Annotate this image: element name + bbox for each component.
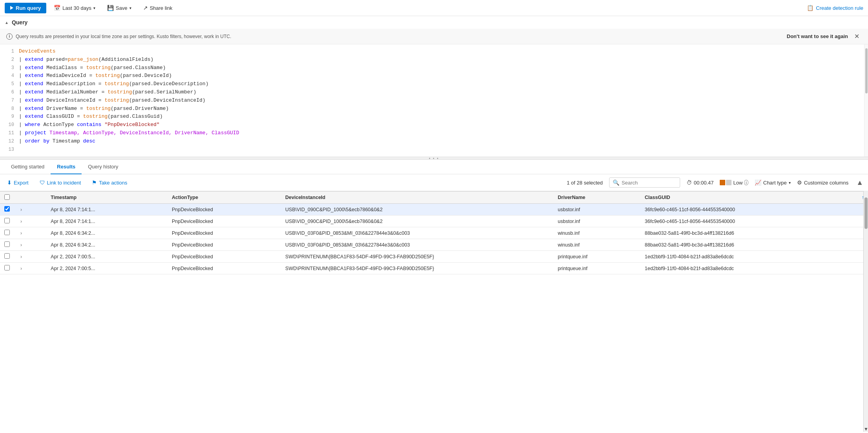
- row-expand-4[interactable]: ›: [14, 251, 47, 263]
- table-row: › Apr 2, 2024 7:00:5... PnpDeviceBlocked…: [0, 263, 868, 274]
- drag-handle[interactable]: • • •: [0, 157, 868, 160]
- code-line-5: 5 | extend MediaDescription = tostring(p…: [0, 80, 868, 88]
- row-class-guid-0: 36fc9e60-c465-11cf-8056-444553540000: [641, 204, 868, 216]
- row-checkbox-cell-2[interactable]: [0, 227, 14, 239]
- row-action-type-1: PnpDeviceBlocked: [168, 216, 281, 227]
- scroll-down-area[interactable]: ▼: [864, 426, 868, 432]
- chevron-down-icon: ▾: [93, 6, 95, 10]
- tab-query-history[interactable]: Query history: [82, 160, 124, 174]
- create-detection-rule-button[interactable]: 📋 Create detection rule: [807, 5, 863, 11]
- search-box[interactable]: 🔍: [609, 177, 680, 188]
- row-action-type-5: PnpDeviceBlocked: [168, 263, 281, 274]
- drag-dots: • • •: [429, 156, 439, 161]
- dismiss-label[interactable]: Don't want to see it again: [787, 33, 848, 39]
- expand-icon-0[interactable]: ›: [18, 206, 24, 213]
- expand-icon-1[interactable]: ›: [18, 218, 24, 225]
- th-driver-name[interactable]: DriverName: [554, 192, 641, 204]
- timer-icon: ⏱: [686, 179, 692, 186]
- code-editor[interactable]: 1 DeviceEvents 2 | extend parsed=parse_j…: [0, 44, 868, 157]
- row-device-instance-id-2: USB\VID_03F0&PID_0853&MI_03\6&227844e3&0…: [281, 227, 554, 239]
- select-all-header[interactable]: [0, 192, 14, 204]
- export-icon: ⬇: [7, 179, 12, 186]
- expand-icon-3[interactable]: ›: [18, 241, 24, 248]
- row-checkbox-4[interactable]: [4, 253, 10, 259]
- share-link-button[interactable]: ↗ Share link: [139, 2, 177, 13]
- expand-icon-2[interactable]: ›: [18, 230, 24, 237]
- tab-results[interactable]: Results: [51, 160, 82, 174]
- row-device-instance-id-0: USB\VID_090C&PID_1000\5&ecb7860&0&2: [281, 204, 554, 216]
- create-rule-label: Create detection rule: [816, 5, 863, 11]
- code-line-10: 10 | where ActionType contains "PnpDevic…: [0, 121, 868, 129]
- dismiss-close-button[interactable]: ✕: [852, 32, 862, 41]
- row-device-instance-id-4: SWD\PRINTENUM\{BBCA1F83-54DF-49FD-99C3-F…: [281, 251, 554, 263]
- save-button[interactable]: 💾 Save ▾: [103, 2, 136, 13]
- chart-type-button[interactable]: 📈 Chart type ▾: [755, 179, 791, 186]
- main-layout: ▲ Query i Query results are presented in…: [0, 16, 868, 432]
- th-action-type[interactable]: ActionType: [168, 192, 281, 204]
- timer-badge: ⏱ 00:00.47: [686, 179, 714, 186]
- row-driver-name-5: printqueue.inf: [554, 263, 641, 274]
- code-line-3: 3 | extend MediaClass = tostring(parsed.…: [0, 64, 868, 72]
- row-timestamp-2: Apr 8, 2024 6:34:2...: [47, 227, 168, 239]
- expand-icon-4[interactable]: ›: [18, 253, 24, 260]
- row-class-guid-2: 88bae032-5a81-49f0-bc3d-a4ff138216d6: [641, 227, 868, 239]
- play-icon: [10, 6, 13, 10]
- row-checkbox-cell-3[interactable]: [0, 239, 14, 251]
- row-expand-1[interactable]: ›: [14, 216, 47, 227]
- th-class-guid[interactable]: ClassGUID ↑: [641, 192, 868, 204]
- export-button[interactable]: ⬇ Export: [5, 178, 31, 187]
- header-row: Timestamp ActionType DeviceInstanceId: [0, 192, 868, 204]
- take-actions-button[interactable]: ⚑ Take actions: [89, 178, 129, 187]
- results-tabs: Getting started Results Query history: [0, 160, 868, 174]
- editor-scrollbar[interactable]: [864, 44, 868, 157]
- date-range-picker[interactable]: 📅 Last 30 days ▾: [49, 2, 100, 13]
- row-checkbox-cell-0[interactable]: [0, 204, 14, 216]
- priority-label: Low: [733, 180, 742, 186]
- row-expand-2[interactable]: ›: [14, 227, 47, 239]
- row-timestamp-1: Apr 8, 2024 7:14:1...: [47, 216, 168, 227]
- top-toolbar: Run query 📅 Last 30 days ▾ 💾 Save ▾ ↗ Sh…: [0, 0, 868, 16]
- info-bar: i Query results are presented in your lo…: [0, 29, 868, 44]
- table-body: › Apr 8, 2024 7:14:1... PnpDeviceBlocked…: [0, 204, 868, 274]
- customize-columns-button[interactable]: ⚙ Customize columns: [797, 179, 848, 186]
- save-label: Save: [116, 5, 127, 11]
- row-checkbox-cell-5[interactable]: [0, 263, 14, 274]
- link-to-incident-button[interactable]: 🛡 Link to incident: [37, 178, 84, 187]
- row-timestamp-5: Apr 2, 2024 7:00:5...: [47, 263, 168, 274]
- tab-getting-started[interactable]: Getting started: [5, 160, 51, 174]
- table-scrollbar[interactable]: ▼: [863, 191, 868, 432]
- priority-sq-1: [720, 180, 725, 185]
- editor-scroll-thumb: [865, 48, 868, 93]
- row-checkbox-0[interactable]: [4, 206, 10, 212]
- query-header[interactable]: ▲ Query: [0, 16, 868, 29]
- results-toolbar: ⬇ Export 🛡 Link to incident ⚑ Take actio…: [0, 174, 868, 191]
- expand-icon-5[interactable]: ›: [18, 265, 24, 272]
- row-expand-3[interactable]: ›: [14, 239, 47, 251]
- date-range-label: Last 30 days: [62, 5, 91, 11]
- row-checkbox-2[interactable]: [4, 230, 10, 235]
- scroll-up-button[interactable]: ▲: [856, 179, 863, 187]
- th-timestamp[interactable]: Timestamp: [47, 192, 168, 204]
- row-checkbox-3[interactable]: [4, 241, 10, 247]
- chart-icon: 📈: [755, 179, 761, 186]
- info-bar-right: Don't want to see it again ✕: [787, 32, 862, 41]
- row-action-type-4: PnpDeviceBlocked: [168, 251, 281, 263]
- row-checkbox-cell-4[interactable]: [0, 251, 14, 263]
- row-checkbox-1[interactable]: [4, 218, 10, 223]
- row-class-guid-5: 1ed2bbf9-11f0-4084-b21f-ad83a8e6dcdc: [641, 263, 868, 274]
- row-expand-5[interactable]: ›: [14, 263, 47, 274]
- link-to-incident-label: Link to incident: [47, 180, 81, 186]
- select-all-checkbox[interactable]: [4, 194, 10, 200]
- th-device-instance-id[interactable]: DeviceInstanceId: [281, 192, 554, 204]
- code-line-11: 11 | project Timestamp, ActionType, Devi…: [0, 129, 868, 137]
- row-checkbox-5[interactable]: [4, 265, 10, 270]
- search-input[interactable]: [622, 180, 677, 186]
- row-checkbox-cell-1[interactable]: [0, 216, 14, 227]
- share-label: Share link: [150, 5, 173, 11]
- row-device-instance-id-1: USB\VID_090C&PID_1000\5&ecb7860&0&2: [281, 216, 554, 227]
- query-title: Query: [12, 19, 27, 26]
- columns-icon: ⚙: [797, 179, 802, 186]
- row-expand-0[interactable]: ›: [14, 204, 47, 216]
- run-query-button[interactable]: Run query: [5, 3, 46, 13]
- code-line-12: 12 | order by Timestamp desc: [0, 137, 868, 146]
